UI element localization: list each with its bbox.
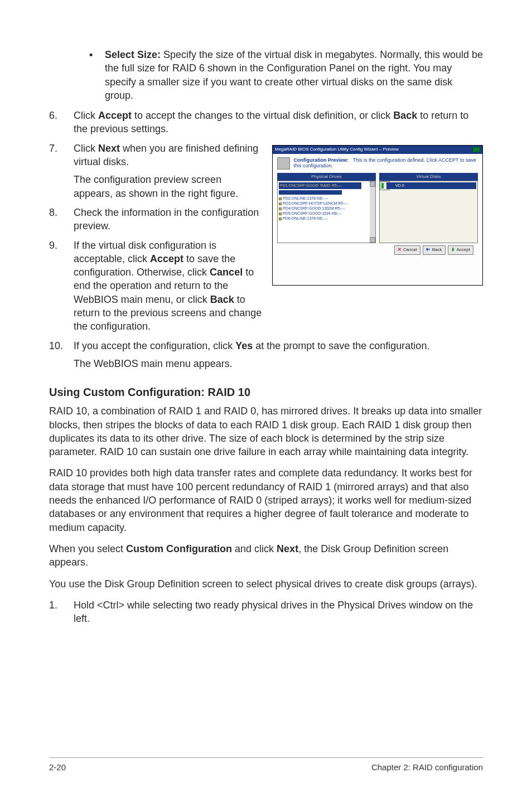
drive-row-bar [279,190,342,195]
virtual-disks-pane: VD 0 [379,181,478,243]
drive-row-selected: PD1:ONCSRF:GOOD: RAID: R5---- [279,182,361,189]
scrollbar[interactable] [370,181,375,243]
step-number: 6. [49,109,74,136]
bold: Next [277,543,298,554]
step-number: 1. [49,598,74,626]
paragraph: RAID 10, a combination of RAID 1 and RAI… [49,404,483,458]
chip-icon [277,157,290,170]
figure-title: MegaRAID BIOS Configuration Utility Conf… [275,147,399,153]
logo-icon [472,147,480,152]
figure-header: Configuration Preview: This is the confi… [277,157,478,170]
drive-row: PD4:ONCSRF:GOOD:1302M:R5---- [279,206,369,211]
back-button[interactable]: 🠄Back [423,245,446,255]
text: Click [74,110,98,121]
page-footer: 2-20 Chapter 2: RAID configuration [0,757,532,772]
text: If you accept the configuration, click [74,340,235,351]
scroll-up-icon[interactable] [370,181,375,187]
step-8: 8. Check the information in the configur… [49,206,263,233]
drive-row: PD3:ONCSRF:HOTSP:LENCM:R5---- [279,201,369,206]
accept-button[interactable]: ⬇Accept [448,245,473,255]
numbered-steps: 6. Click Accept to accept the changes to… [49,109,483,136]
step-subtext: The WebBIOS main menu appears. [74,357,483,370]
virtual-disk-row: VD 0 [386,182,476,189]
physical-drives-pane: PD1:ONCSRF:GOOD: RAID: R5---- PD2:ONLINE… [277,181,376,243]
bullet-mark: • [89,48,105,102]
config-preview-figure: MegaRAID BIOS Configuration Utility Conf… [272,145,483,286]
figure-titlebar: MegaRAID BIOS Configuration Utility Conf… [273,146,482,154]
drive-row: PD5:ONCSRF:GOOD:1024 KB---- [279,211,369,216]
bullet-body: Specify the size of the virtual disk in … [105,49,483,101]
step-body: Hold <Ctrl> while selecting two ready ph… [74,598,483,626]
back-arrow-icon: 🠄 [426,247,431,253]
text: Click [74,143,98,154]
section-heading: Using Custom Configuration: RAID 10 [49,385,483,400]
step-body: Check the information in the configurati… [74,206,263,233]
bold: Next [98,143,120,154]
section-steps: 1. Hold <Ctrl> while selecting two ready… [49,598,483,626]
bold: Back [393,110,417,121]
step-number: 9. [49,239,74,334]
bullet-label: Select Size: [105,49,161,60]
text: at the prompt to save the configuration. [253,340,429,351]
step-number: 7. [49,142,74,200]
bold: Yes [235,340,253,351]
step-10: 10. If you accept the configuration, cli… [49,339,483,371]
page-number: 2-20 [49,762,66,772]
step-number: 8. [49,206,74,233]
figure-head-label: Configuration Preview: [293,157,349,163]
scroll-down-icon[interactable] [370,237,375,243]
bold: Accept [98,110,132,121]
chapter-label: Chapter 2: RAID configuration [371,762,483,772]
bold: Custom Configuration [126,543,232,554]
cancel-button[interactable]: ✕Cancel [394,245,420,255]
drive-row: PD2:ONLINE:1378 KB:---- [279,196,369,201]
bullet-select-size: • Select Size: Specify the size of the v… [89,48,483,102]
paragraph: When you select Custom Configuration and… [49,542,483,569]
bullet-text: Select Size: Specify the size of the vir… [105,48,483,102]
accept-arrow-icon: ⬇ [451,247,455,253]
text: to accept the changes to the virtual dis… [132,110,393,121]
step-subtext: The configuration preview screen appears… [74,173,263,200]
left-pane-title: Physical Drives [277,173,376,181]
right-pane-title: Virtual Disks [379,173,478,181]
bold: Back [210,294,234,305]
drive-row: PD6:ONLINE:1378 KB:---- [279,216,369,221]
step-7: 7. Click Next when you are finished defi… [49,142,263,200]
figure-button-row: ✕Cancel 🠄Back ⬇Accept [277,243,478,255]
paragraph: You use the Disk Group Definition screen… [49,577,483,591]
x-icon: ✕ [398,247,402,253]
step-1: 1. Hold <Ctrl> while selecting two ready… [49,598,483,626]
step-body: Click Next when you are finished definin… [74,142,263,200]
text: and click [232,543,277,554]
step-body: If you accept the configuration, click Y… [74,339,483,371]
bold: Accept [150,253,183,264]
bold: Cancel [210,267,243,278]
paragraph: RAID 10 provides both high data transfer… [49,466,483,534]
step-6: 6. Click Accept to accept the changes to… [49,109,483,136]
step-body: Click Accept to accept the changes to th… [74,109,483,136]
step-body: If the virtual disk configuration is acc… [74,239,263,334]
step-9: 9. If the virtual disk configuration is … [49,239,263,334]
text: When you select [49,543,126,554]
step-number: 10. [49,339,74,371]
